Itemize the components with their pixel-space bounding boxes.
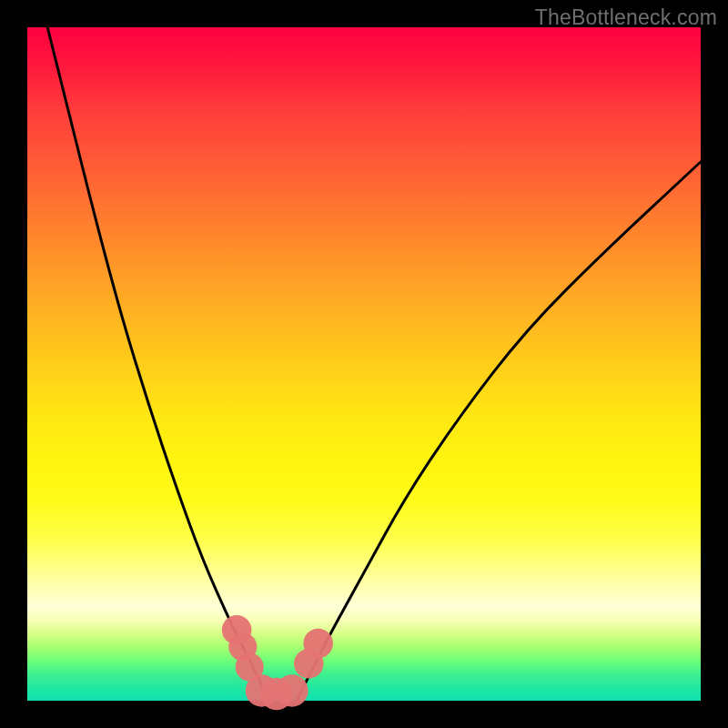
valley-right — [276, 674, 308, 707]
right-curve — [297, 162, 701, 701]
right-marker-upper — [303, 629, 333, 659]
watermark-text: TheBottleneck.com — [535, 5, 717, 30]
plot-area — [27, 27, 701, 701]
outer-frame: TheBottleneck.com — [0, 0, 728, 728]
chart-svg — [27, 27, 701, 701]
valley-markers — [222, 615, 333, 710]
left-curve — [47, 27, 269, 701]
